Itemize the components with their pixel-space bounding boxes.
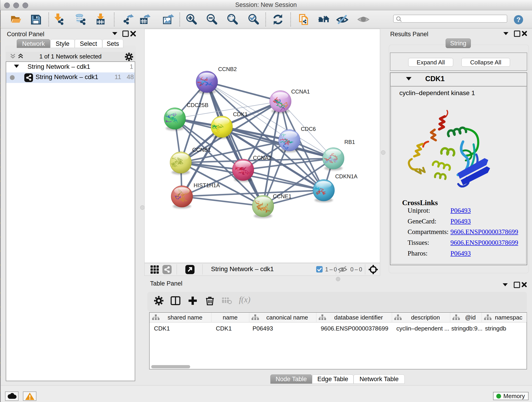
svg-text:HIST1H1A: HIST1H1A	[194, 182, 220, 188]
svg-text:CDK1: CDK1	[233, 111, 248, 117]
svg-text:CDC25B: CDC25B	[187, 102, 209, 108]
svg-text:CCNA2: CCNA2	[253, 155, 272, 161]
svg-text:CDC6: CDC6	[301, 126, 316, 132]
svg-text:?: ?	[516, 16, 520, 23]
svg-text:CCNB2: CCNB2	[218, 66, 237, 72]
svg-text:CDKN1A: CDKN1A	[335, 173, 357, 179]
svg-text:CCNB1: CCNB1	[192, 147, 211, 153]
svg-text:CCNE1: CCNE1	[273, 193, 291, 199]
svg-text:CCNA1: CCNA1	[291, 89, 310, 95]
svg-text:RB1: RB1	[344, 139, 355, 145]
